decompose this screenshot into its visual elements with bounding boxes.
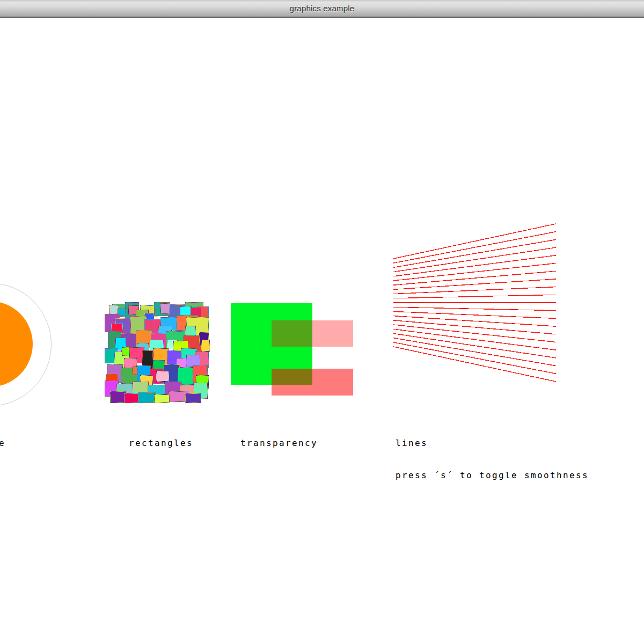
window-titlebar[interactable]: graphics example: [0, 0, 644, 18]
fan-line: [393, 307, 556, 311]
fan-line: [393, 247, 556, 272]
lines-label-text: lines: [396, 438, 589, 449]
lines-hint-text: press ´s´ to toggle smoothness: [396, 470, 589, 481]
circle-label-text: circle: [0, 438, 5, 449]
fan-line: [393, 333, 556, 358]
rectangles-label: rectangles: [129, 416, 193, 470]
window-title: graphics example: [290, 4, 355, 13]
graphics-canvas[interactable]: circle rectangles transparency lines pre…: [0, 18, 644, 644]
fan-line: [393, 295, 556, 298]
transparency-label: transparency: [240, 416, 318, 470]
transparency-label-text: transparency: [240, 438, 318, 449]
rectangles-label-text: rectangles: [129, 438, 193, 449]
lines-label: lines press ´s´ to toggle smoothness: [396, 416, 589, 502]
lines-demo: [0, 18, 644, 644]
app-window: graphics example circle rectangles trans…: [0, 0, 644, 644]
circle-label: circle: [0, 416, 5, 470]
